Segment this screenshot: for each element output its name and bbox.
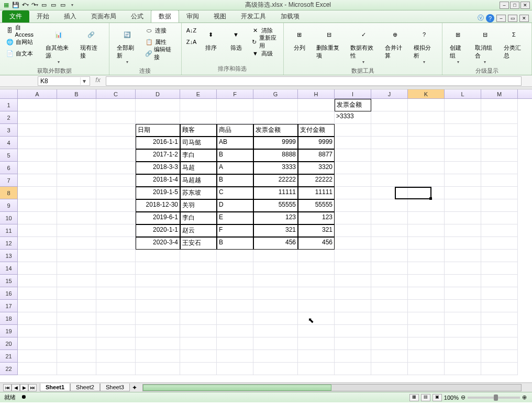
cell-A5[interactable] bbox=[18, 149, 57, 162]
from-other-button[interactable]: 📊自其他来源▾ bbox=[42, 25, 75, 65]
cell-I16[interactable] bbox=[335, 287, 371, 300]
whatif-button[interactable]: ?模拟分析▾ bbox=[411, 25, 438, 65]
cell-C2[interactable] bbox=[96, 111, 136, 124]
cell-A1[interactable] bbox=[18, 99, 57, 111]
cell-M10[interactable] bbox=[481, 212, 518, 224]
cell-H3[interactable]: 支付金额 bbox=[298, 124, 335, 137]
row-header-17[interactable]: 17 bbox=[0, 300, 18, 312]
cell-J1[interactable] bbox=[371, 99, 408, 111]
from-access-button[interactable]: 🗄自 Access bbox=[4, 25, 40, 36]
cell-F22[interactable] bbox=[217, 363, 253, 375]
cell-G20[interactable] bbox=[253, 337, 298, 350]
view-layout-button[interactable]: ▤ bbox=[421, 394, 430, 401]
cell-C22[interactable] bbox=[96, 363, 136, 375]
tab-formula[interactable]: 公式 bbox=[124, 10, 151, 22]
cell-H10[interactable]: 123 bbox=[298, 212, 335, 224]
col-header-M[interactable]: M bbox=[481, 89, 518, 98]
cell-E14[interactable] bbox=[180, 262, 217, 275]
cell-E19[interactable] bbox=[180, 325, 217, 337]
cell-M20[interactable] bbox=[481, 337, 518, 350]
zoom-level[interactable]: 100% bbox=[444, 394, 459, 401]
cell-M5[interactable] bbox=[481, 149, 518, 162]
cell-M4[interactable] bbox=[481, 137, 518, 149]
cell-J7[interactable] bbox=[371, 174, 408, 187]
cell-A22[interactable] bbox=[18, 363, 57, 375]
maximize-button[interactable]: □ bbox=[510, 2, 519, 9]
cell-A20[interactable] bbox=[18, 337, 57, 350]
cell-F6[interactable]: A bbox=[217, 162, 253, 174]
cell-D19[interactable] bbox=[136, 325, 180, 337]
cell-G8[interactable]: 11111 bbox=[253, 187, 298, 199]
row-header-14[interactable]: 14 bbox=[0, 262, 18, 275]
cell-H12[interactable]: 456 bbox=[298, 237, 335, 250]
from-text-button[interactable]: 📄自文本 bbox=[4, 48, 40, 59]
cell-D10[interactable]: 2019-6-1 bbox=[136, 212, 180, 224]
cell-I4[interactable] bbox=[335, 137, 371, 149]
cell-G17[interactable] bbox=[253, 300, 298, 312]
cell-F19[interactable] bbox=[217, 325, 253, 337]
sheet-nav-prev[interactable]: ◀ bbox=[12, 384, 20, 391]
name-box[interactable]: K8 ▾ bbox=[38, 76, 90, 86]
sheet-tab-sheet3[interactable]: Sheet3 bbox=[100, 384, 130, 391]
col-header-L[interactable]: L bbox=[445, 89, 481, 98]
cell-C1[interactable] bbox=[96, 99, 136, 111]
existing-conn-button[interactable]: 🔗现有连接 bbox=[77, 25, 105, 61]
cell-B14[interactable] bbox=[57, 262, 96, 275]
cell-B15[interactable] bbox=[57, 275, 96, 287]
cell-B7[interactable] bbox=[57, 174, 96, 187]
cell-K4[interactable] bbox=[408, 137, 445, 149]
cell-C9[interactable] bbox=[96, 199, 136, 212]
cell-I14[interactable] bbox=[335, 262, 371, 275]
cell-G13[interactable] bbox=[253, 250, 298, 262]
cell-C15[interactable] bbox=[96, 275, 136, 287]
cell-E18[interactable] bbox=[180, 312, 217, 325]
cell-B20[interactable] bbox=[57, 337, 96, 350]
cell-G14[interactable] bbox=[253, 262, 298, 275]
col-header-C[interactable]: C bbox=[96, 89, 136, 98]
cell-C18[interactable] bbox=[96, 312, 136, 325]
cell-M18[interactable] bbox=[481, 312, 518, 325]
cell-D1[interactable] bbox=[136, 99, 180, 111]
cell-H18[interactable] bbox=[298, 312, 335, 325]
row-header-10[interactable]: 10 bbox=[0, 212, 18, 224]
view-normal-button[interactable]: ▦ bbox=[409, 394, 419, 401]
cell-J15[interactable] bbox=[371, 275, 408, 287]
cell-J16[interactable] bbox=[371, 287, 408, 300]
cell-K6[interactable] bbox=[408, 162, 445, 174]
cell-D2[interactable] bbox=[136, 111, 180, 124]
from-web-button[interactable]: 🌐自网站 bbox=[4, 37, 40, 47]
cell-I17[interactable] bbox=[335, 300, 371, 312]
cell-A7[interactable] bbox=[18, 174, 57, 187]
cell-B11[interactable] bbox=[57, 224, 96, 237]
cell-J3[interactable] bbox=[371, 124, 408, 137]
cell-F18[interactable] bbox=[217, 312, 253, 325]
cell-K18[interactable] bbox=[408, 312, 445, 325]
refresh-all-button[interactable]: 🔄全部刷新▾ bbox=[114, 25, 141, 65]
cell-M19[interactable] bbox=[481, 325, 518, 337]
fx-icon[interactable]: fx bbox=[93, 76, 103, 86]
cell-I5[interactable] bbox=[335, 149, 371, 162]
name-box-dropdown-icon[interactable]: ▾ bbox=[80, 77, 87, 85]
cell-I9[interactable] bbox=[335, 199, 371, 212]
cell-E9[interactable]: 关羽 bbox=[180, 199, 217, 212]
row-header-2[interactable]: 2 bbox=[0, 111, 18, 124]
minimize-button[interactable]: – bbox=[500, 2, 509, 9]
filter-button[interactable]: ▼筛选 bbox=[225, 25, 248, 53]
cell-L20[interactable] bbox=[445, 337, 481, 350]
row-header-4[interactable]: 4 bbox=[0, 137, 18, 149]
cell-B6[interactable] bbox=[57, 162, 96, 174]
cell-J12[interactable] bbox=[371, 237, 408, 250]
cell-E3[interactable]: 顾客 bbox=[180, 124, 217, 137]
cell-E8[interactable]: 苏东坡 bbox=[180, 187, 217, 199]
sheet-nav-first[interactable]: ⏮ bbox=[3, 384, 12, 391]
cell-J21[interactable] bbox=[371, 350, 408, 363]
cell-C12[interactable] bbox=[96, 237, 136, 250]
sheet-tab-sheet1[interactable]: Sheet1 bbox=[40, 384, 70, 391]
cell-K5[interactable] bbox=[408, 149, 445, 162]
cell-B13[interactable] bbox=[57, 250, 96, 262]
cell-F4[interactable]: AB bbox=[217, 137, 253, 149]
cell-D20[interactable] bbox=[136, 337, 180, 350]
cell-M9[interactable] bbox=[481, 199, 518, 212]
cell-E13[interactable] bbox=[180, 250, 217, 262]
cell-L5[interactable] bbox=[445, 149, 481, 162]
